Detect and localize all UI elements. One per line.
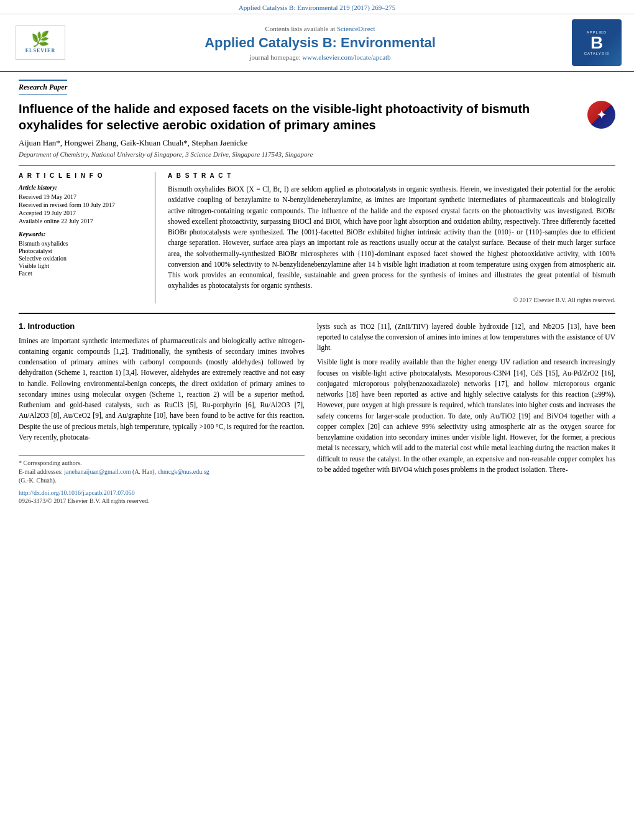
elsevier-tree-icon: 🌿 — [31, 32, 50, 47]
keyword-4: Visible light — [19, 262, 145, 269]
section1-heading: 1. Introduction — [19, 321, 305, 331]
article-info-label: A R T I C L E I N F O — [19, 172, 145, 179]
article-info-abstract-section: A R T I C L E I N F O Article history: R… — [19, 165, 615, 303]
footnote-email1-author: (A. Han), — [132, 468, 156, 475]
footnote-section: * Corresponding authors. E-mail addresse… — [19, 455, 305, 504]
doi-link[interactable]: http://dx.doi.org/10.1016/j.apcatb.2017.… — [19, 489, 135, 496]
catalysis-logo: APPLIED B CATALYSIS — [572, 19, 622, 66]
journal-citation-bar: Applied Catalysis B: Environmental 219 (… — [0, 0, 634, 14]
body-content: 1. Introduction Imines are important syn… — [19, 313, 615, 507]
footnote-corresponding: * Corresponding authors. — [19, 459, 305, 466]
copyright-line: © 2017 Elsevier B.V. All rights reserved… — [168, 297, 615, 303]
keyword-3: Selective oxidation — [19, 255, 145, 262]
history-accepted: Accepted 19 July 2017 — [19, 210, 145, 216]
history-available-online: Available online 22 July 2017 — [19, 218, 145, 224]
article-info-column: A R T I C L E I N F O Article history: R… — [19, 172, 155, 303]
elsevier-wordmark: ELSEVIER — [25, 48, 55, 53]
journal-homepage-line: journal homepage: www.elsevier.com/locat… — [68, 53, 572, 61]
section1-title: Introduction — [27, 321, 75, 331]
keywords-label: Keywords: — [19, 231, 145, 238]
sciencedirect-link[interactable]: ScienceDirect — [337, 25, 375, 32]
intro-right-text1: lysts such as TiO2 [11], (ZnII/TiIV) lay… — [317, 321, 615, 354]
elsevier-logo: 🌿 ELSEVIER — [12, 25, 68, 60]
footnote-email2-author: (G.-K. Chuah). — [19, 477, 305, 484]
footnote-email-label: E-mail addresses: — [19, 468, 63, 475]
contents-available-line: Contents lists available at ScienceDirec… — [68, 25, 572, 32]
keyword-2: Photocatalyst — [19, 247, 145, 254]
body-right-column: lysts such as TiO2 [11], (ZnII/TiIV) lay… — [317, 321, 615, 507]
intro-left-text: Imines are important synthetic intermedi… — [19, 336, 305, 443]
body-left-column: 1. Introduction Imines are important syn… — [19, 321, 305, 507]
intro-right-text2: Visible light is more readily available … — [317, 357, 615, 475]
keyword-5: Facet — [19, 270, 145, 277]
journal-homepage-label: journal homepage: — [249, 53, 300, 61]
article-type-label: Research Paper — [19, 80, 67, 95]
footnote-email-line: E-mail addresses: janehanaijuan@gmail.co… — [19, 468, 305, 475]
section1-number: 1. — [19, 321, 25, 331]
catalysis-logo-bottom: CATALYSIS — [584, 52, 610, 55]
history-received-revised: Received in revised form 10 July 2017 — [19, 201, 145, 208]
main-content: Research Paper Influence of the halide a… — [0, 72, 634, 512]
keywords-section: Keywords: Bismuth oxyhalides Photocataly… — [19, 231, 145, 277]
catalysis-logo-letter: B — [590, 34, 603, 52]
elsevier-logo-img: 🌿 ELSEVIER — [16, 25, 65, 60]
issn-line: 0926-3373/© 2017 Elsevier B.V. All right… — [19, 497, 305, 504]
crossmark-logo: ✦ — [587, 101, 615, 129]
journal-citation-text: Applied Catalysis B: Environmental 219 (… — [239, 4, 395, 11]
article-title-section: Influence of the halide and exposed face… — [19, 101, 615, 133]
abstract-column: A B S T R A C T Bismuth oxyhalides BiOX … — [168, 172, 615, 303]
history-received: Received 19 May 2017 — [19, 193, 145, 200]
article-history-label: Article history: — [19, 184, 145, 191]
keyword-1: Bismuth oxyhalides — [19, 240, 145, 247]
affiliation-text: Department of Chemistry, National Univer… — [19, 150, 615, 158]
abstract-label: A B S T R A C T — [168, 172, 615, 179]
footnote-email2-link[interactable]: chmcgk@nus.edu.sg — [158, 468, 209, 475]
footnote-email1-link[interactable]: janehanaijuan@gmail.com — [64, 468, 131, 475]
authors-line: Aijuan Han*, Hongwei Zhang, Gaik-Khuan C… — [19, 138, 615, 148]
journal-homepage-url[interactable]: www.elsevier.com/locate/apcatb — [302, 53, 390, 61]
abstract-text: Bismuth oxyhalides BiOX (X = Cl, Br, I) … — [168, 184, 615, 292]
article-title: Influence of the halide and exposed face… — [19, 101, 581, 133]
authors-text: Aijuan Han*, Hongwei Zhang, Gaik-Khuan C… — [19, 138, 247, 147]
journal-title: Applied Catalysis B: Environmental — [68, 35, 572, 51]
journal-header: 🌿 ELSEVIER Contents lists available at S… — [0, 14, 634, 72]
contents-text: Contents lists available at — [265, 25, 335, 32]
journal-header-center: Contents lists available at ScienceDirec… — [68, 25, 572, 61]
